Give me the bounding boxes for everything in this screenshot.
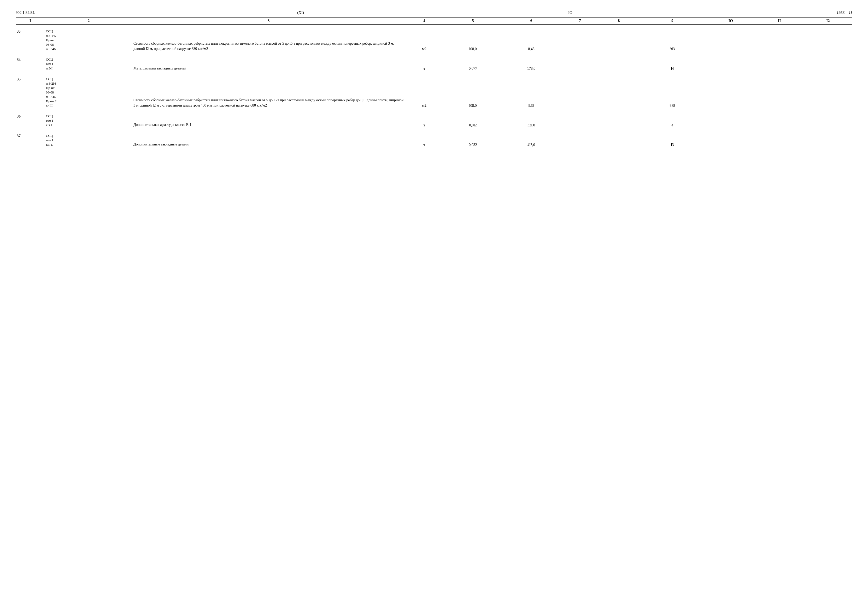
row-col6-1: 178,0 xyxy=(502,56,561,72)
row-desc-3: Дополнительная арматура класса В-I xyxy=(133,113,405,129)
row-number-4: 37 xyxy=(15,132,45,148)
spacer-row xyxy=(15,129,853,132)
page-number: - IO - xyxy=(566,11,575,15)
row-col10-2 xyxy=(706,76,755,110)
row-col12-3 xyxy=(804,113,853,129)
row-col12-4 xyxy=(804,132,853,148)
row-desc-text-4: Дополнительные закладные детали xyxy=(133,142,404,147)
row-col6-3: 32I,0 xyxy=(502,113,561,129)
row-desc-text-1: Металлизация закладных деталей xyxy=(133,66,404,71)
row-col7-3 xyxy=(561,113,599,129)
row-col12-2 xyxy=(804,76,853,110)
row-ref-4: ССЦ том I т.3-I. xyxy=(45,132,133,148)
row-col9-3: 4 xyxy=(638,113,706,129)
col-header-5: 5 xyxy=(444,17,502,24)
row-unit-1: т xyxy=(405,56,444,72)
row-col7-4 xyxy=(561,132,599,148)
col-header-11: II xyxy=(755,17,803,24)
table-row: 36ССЦ том I т.3-IДополнительная арматура… xyxy=(15,113,853,129)
column-header-row: I 2 3 4 5 6 7 8 9 IO II I2 xyxy=(15,17,853,24)
row-col8-2 xyxy=(599,76,638,110)
row-col11-4 xyxy=(755,132,803,148)
row-unit-4: т xyxy=(405,132,444,148)
row-col11-1 xyxy=(755,56,803,72)
row-desc-text-2: Стоимость сборных железо-бетонных ребрис… xyxy=(133,98,404,108)
row-number-1: 34 xyxy=(15,56,45,72)
row-desc-text-3: Дополнительная арматура класса В-I xyxy=(133,122,404,127)
col-header-10: IO xyxy=(706,17,755,24)
row-col6-0: 8,45 xyxy=(502,28,561,53)
row-col8-1 xyxy=(599,56,638,72)
row-col10-1 xyxy=(706,56,755,72)
table-row: 35ССЦ п.8-2I4 Пр-нт 06-08 п.I.346 Прим.2… xyxy=(15,76,853,110)
document-number: 902-I-84.84. xyxy=(15,11,35,15)
row-col7-1 xyxy=(561,56,599,72)
table-row: 33ССЦ п.8-147 Пр-нт 06-08 п.I.346Стоимос… xyxy=(15,28,853,53)
row-col10-3 xyxy=(706,113,755,129)
spacer-row xyxy=(15,72,853,76)
row-unit-0: м2 xyxy=(405,28,444,53)
row-col10-4 xyxy=(706,132,755,148)
row-ref-1: ССЦ том I п.3-I xyxy=(45,56,133,72)
row-col8-0 xyxy=(599,28,638,53)
row-ref-2: ССЦ п.8-2I4 Пр-нт 06-08 п.I.346 Прим.2 к… xyxy=(45,76,133,110)
row-col5-3: 0,0I2 xyxy=(444,113,502,129)
row-number-0: 33 xyxy=(15,28,45,53)
col-header-3: 3 xyxy=(133,17,405,24)
main-table: I 2 3 4 5 6 7 8 9 IO II I2 33ССЦ п.8-147… xyxy=(15,17,853,148)
col-header-7: 7 xyxy=(561,17,599,24)
table-row: 34ССЦ том I п.3-IМеталлизация закладных … xyxy=(15,56,853,72)
row-col12-1 xyxy=(804,56,853,72)
row-ref-3: ССЦ том I т.3-I xyxy=(45,113,133,129)
col-header-9: 9 xyxy=(638,17,706,24)
row-col6-2: 9,I5 xyxy=(502,76,561,110)
row-col9-1: I4 xyxy=(638,56,706,72)
row-number-2: 35 xyxy=(15,76,45,110)
row-col8-3 xyxy=(599,113,638,129)
section-label: (XI) xyxy=(297,11,304,15)
col-header-12: I2 xyxy=(804,17,853,24)
row-desc-4: Дополнительные закладные детали xyxy=(133,132,405,148)
row-col7-0 xyxy=(561,28,599,53)
row-desc-1: Металлизация закладных деталей xyxy=(133,56,405,72)
row-col5-4: 0,032 xyxy=(444,132,502,148)
row-desc-0: Стоимость сборных железо-бетонных ребрис… xyxy=(133,28,405,53)
col-header-6: 6 xyxy=(502,17,561,24)
row-col5-0: I08,0 xyxy=(444,28,502,53)
row-col11-2 xyxy=(755,76,803,110)
spacer-row xyxy=(15,53,853,56)
col-header-1: I xyxy=(15,17,45,24)
col-header-2: 2 xyxy=(45,17,133,24)
table-row: 37ССЦ том I т.3-I.Дополнительные закладн… xyxy=(15,132,853,148)
row-col11-0 xyxy=(755,28,803,53)
row-unit-2: м2 xyxy=(405,76,444,110)
col-header-8: 8 xyxy=(599,17,638,24)
row-col8-4 xyxy=(599,132,638,148)
row-col5-1: 0,077 xyxy=(444,56,502,72)
spacer-row xyxy=(15,24,853,28)
row-col5-2: I08,0 xyxy=(444,76,502,110)
row-col9-0: 9I3 xyxy=(638,28,706,53)
row-col11-3 xyxy=(755,113,803,129)
row-unit-3: т xyxy=(405,113,444,129)
row-col6-4: 4I3,0 xyxy=(502,132,561,148)
row-ref-0: ССЦ п.8-147 Пр-нт 06-08 п.I.346 xyxy=(45,28,133,53)
spacer-row xyxy=(15,110,853,113)
row-col9-4: I3 xyxy=(638,132,706,148)
row-col7-2 xyxy=(561,76,599,110)
col-header-4: 4 xyxy=(405,17,444,24)
row-col9-2: 988 xyxy=(638,76,706,110)
row-desc-text-0: Стоимость сборных железо-бетонных ребрис… xyxy=(133,41,404,51)
row-col12-0 xyxy=(804,28,853,53)
row-desc-2: Стоимость сборных железо-бетонных ребрис… xyxy=(133,76,405,110)
row-col10-0 xyxy=(706,28,755,53)
row-number-3: 36 xyxy=(15,113,45,129)
year-label: 1958. - 11 xyxy=(837,11,853,15)
page-header: 902-I-84.84. (XI) - IO - 1958. - 11 xyxy=(15,11,853,15)
